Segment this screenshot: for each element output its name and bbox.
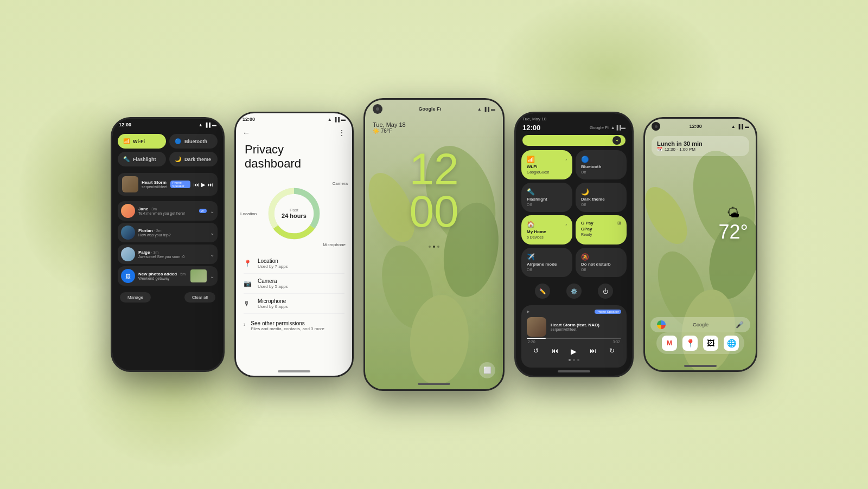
dock-photos[interactable]: 🖼 [703, 336, 718, 351]
gpay-arrow: ⊞ [617, 221, 621, 226]
phone-homescreen: 12:00 ▲ ▐▐ ▬ Lunch in 30 min 📅 12:30 - 1… [643, 117, 757, 372]
qs-tile-dark[interactable]: 🌙 Dark theme [169, 152, 218, 166]
qs-dark-grid: 📶 › Wi-Fi GoogleGuest 🔵 Bluetooth Off 🔦 … [516, 148, 632, 279]
privacy-item-mic[interactable]: 🎙 Microphone Used by 6 apps [244, 294, 344, 314]
music-play[interactable]: ▶ [201, 182, 206, 188]
dark-replay-btn[interactable]: ↺ [533, 347, 539, 356]
manage-button[interactable]: Manage [120, 292, 151, 303]
notif-paige-name: Paige · 3m [138, 250, 207, 255]
brightness-slider[interactable]: ✶ [522, 135, 626, 146]
chrome-icon: 🌐 [727, 339, 736, 348]
more-dots[interactable]: ⋮ [338, 128, 346, 137]
dark-music-progress-fill [527, 338, 546, 339]
dark-cast-btn[interactable]: ↻ [609, 347, 615, 356]
dock-maps[interactable]: 📍 [682, 336, 698, 351]
see-more-title: See other permissions [251, 320, 324, 326]
weather-emoji: ☀️ [373, 128, 381, 134]
qs-dark-header: Tue, May 18 [516, 113, 632, 124]
brightness-thumb: ✶ [612, 136, 621, 145]
qs-edit-btn[interactable]: ✏️ [535, 284, 550, 299]
dark-music-thumb [527, 317, 546, 337]
notif-jane[interactable]: Jane · 3m Text me when you get here! 2↑ … [118, 201, 218, 221]
dark-tile-bt[interactable]: 🔵 Bluetooth Off [576, 150, 627, 179]
privacy-item-camera[interactable]: 📷 Camera Used by 5 apps [244, 274, 344, 294]
dark-tile-flash[interactable]: 🔦 Flashlight Off [521, 183, 572, 212]
privacy-see-more[interactable]: › See other permissions Files and media,… [236, 316, 352, 336]
qs-settings-btn[interactable]: ⚙️ [566, 284, 582, 299]
chart-center: Past 24 hours [282, 208, 307, 219]
notif-photos[interactable]: 🖼 New photos added · 5m Weekend getaway … [118, 266, 218, 286]
dark-tile-dnd[interactable]: 🔕 Do not disturb Off [576, 248, 627, 277]
home-camera-dot [652, 122, 660, 131]
qs-tile-wifi[interactable]: 📶 Wi-Fi [118, 134, 166, 149]
privacy-camera-apps: Used by 5 apps [258, 284, 288, 289]
dark-tile-home[interactable]: 🏠 › My Home 6 Devices [521, 215, 572, 244]
lockscreen-icons: ▲ ▐▐ ▬ [477, 107, 495, 112]
cal-time: 12:30 - 1:00 PM [665, 147, 695, 152]
dark-tile-gpay[interactable]: G Pay ⊞ GPay Ready [576, 215, 627, 244]
home-search[interactable]: Google 🎤 [650, 317, 750, 332]
notif-paige-content: Paige · 3m Awesome! See you soon :0 [138, 250, 207, 259]
notif-florian[interactable]: Florian · 2m How was your trip? ⌄ [118, 223, 218, 242]
notif-photos-title: New photos added · 5m [138, 272, 187, 276]
music-info-1: Heart Storm serpentwithfeet [142, 180, 167, 189]
music-card-1: Heart Storm serpentwithfeet Phone Speake… [118, 173, 218, 196]
phone2-screen: 12:00 ▲ ▐▐ ▬ ← ⋮ Privacy dashboard Locat… [236, 113, 352, 376]
home-btn[interactable]: ⬜ [479, 362, 495, 378]
home-wifi: ▲ [731, 124, 736, 129]
privacy-item-location[interactable]: 📍 Location Used by 7 apps [244, 254, 344, 274]
mic-search-icon[interactable]: 🎤 [736, 321, 744, 329]
dark-tile-theme[interactable]: 🌙 Dark theme Off [576, 183, 627, 212]
dark-play-btn[interactable]: ▶ [571, 347, 577, 356]
dark-theme-name: Dark theme [581, 197, 621, 202]
lockscreen-bottom: ⬜ [479, 362, 495, 378]
dark-tile-airplane[interactable]: ✈️ Airplane mode Off [521, 248, 572, 277]
dark-music-info: Heart Storm (feat. NAO) serpentwithfeet [551, 323, 621, 331]
phone3-screen: Google Fi ▲ ▐▐ ▬ Tue, May 18 ☀️ 76°F 12 … [365, 100, 503, 389]
notif-florian-msg: How was your trip? [138, 233, 207, 237]
music-prev[interactable]: ⏮ [194, 182, 199, 188]
home-signal: ▐▐ [737, 124, 743, 129]
dark-next-btn[interactable]: ⏭ [590, 347, 596, 356]
notif-jane-name: Jane · 3m [138, 207, 196, 211]
tile-wifi-row: 📶 › [527, 156, 567, 163]
dark-tile-wifi[interactable]: 📶 › Wi-Fi GoogleGuest [521, 150, 572, 179]
dark-prev-btn[interactable]: ⏮ [552, 347, 558, 356]
photos-thumb [190, 269, 207, 282]
wifi-qs-icon: 📶 [123, 138, 130, 144]
tile-home-row: 🏠 › [527, 221, 567, 228]
clear-all-button[interactable]: Clear all [184, 292, 215, 303]
cal-widget[interactable]: Lunch in 30 min 📅 12:30 - 1:00 PM [652, 136, 749, 156]
signal-icon: ▐▐ [205, 123, 210, 127]
qs-power-btn[interactable]: ⏻ [598, 284, 613, 299]
dark-dot-2 [573, 359, 575, 361]
qs-tile-flash[interactable]: 🔦 Flashlight [118, 152, 166, 166]
phone-privacy: 12:00 ▲ ▐▐ ▬ ← ⋮ Privacy dashboard Locat… [234, 112, 354, 377]
music-artist-1: serpentwithfeet [142, 185, 167, 189]
notif-badge-jane: 2↑ [199, 209, 207, 213]
privacy-mic-apps: Used by 6 apps [258, 304, 288, 309]
signal-dark: ▲▐▐▬ [611, 125, 626, 130]
privacy-title: Privacy dashboard [236, 140, 352, 176]
home-cam-inner [655, 125, 658, 128]
notif-florian-content: Florian · 2m How was your trip? [138, 228, 207, 237]
qs-tile-bt[interactable]: 🔵 Bluetooth [169, 134, 218, 149]
music-next[interactable]: ⏭ [208, 182, 213, 188]
privacy-location-name: Location [258, 258, 288, 264]
wifi-icon: ▲ [199, 123, 203, 127]
dark-airplane-name: Airplane mode [527, 262, 567, 267]
home-indicator-5 [684, 365, 717, 367]
cal-sub: 📅 12:30 - 1:00 PM [657, 147, 744, 152]
notif-paige[interactable]: Paige · 3m Awesome! See you soon :0 ⌄ [118, 244, 218, 264]
dock-gmail[interactable]: M [662, 336, 677, 351]
dock-chrome[interactable]: 🌐 [724, 336, 739, 351]
privacy-mic-content: Microphone Used by 6 apps [258, 298, 288, 309]
dot-1 [429, 246, 431, 248]
airplane-dark-icon: ✈️ [527, 253, 567, 261]
dark-airplane-sub: Off [527, 268, 567, 272]
bt-dark-icon: 🔵 [581, 156, 621, 163]
notif-florian-name: Florian · 2m [138, 228, 207, 233]
phone-notifications: 12:00 ▲ ▐▐ ▬ 📶 Wi-Fi 🔵 Bluetooth [111, 117, 225, 372]
back-arrow[interactable]: ← [242, 128, 250, 137]
wifi-dark-icon: 📶 [527, 156, 535, 163]
